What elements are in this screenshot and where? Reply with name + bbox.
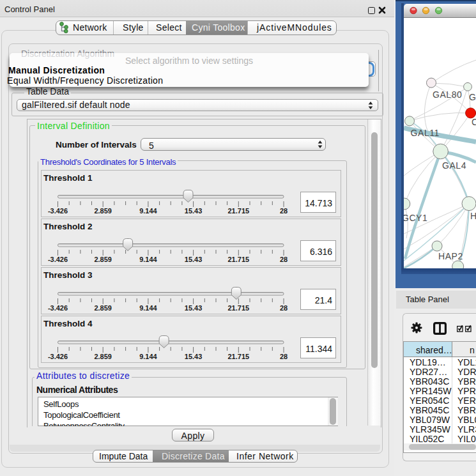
svg-text:-3.426: -3.426 bbox=[48, 353, 68, 360]
svg-text:9.144: 9.144 bbox=[139, 256, 157, 263]
svg-text:21.715: 21.715 bbox=[227, 207, 249, 215]
svg-text:GAL80: GAL80 bbox=[433, 89, 462, 100]
svg-text:GAL4: GAL4 bbox=[442, 160, 466, 171]
svg-text:C: C bbox=[472, 117, 476, 127]
svg-text:GAL11: GAL11 bbox=[411, 128, 440, 138]
svg-text:28: 28 bbox=[280, 207, 288, 215]
svg-text:21.715: 21.715 bbox=[227, 304, 249, 312]
svg-text:28: 28 bbox=[280, 256, 288, 263]
svg-text:15.43: 15.43 bbox=[185, 304, 203, 312]
svg-text:2.859: 2.859 bbox=[94, 304, 112, 312]
svg-text:15.43: 15.43 bbox=[185, 256, 203, 263]
svg-text:21.715: 21.715 bbox=[227, 353, 249, 360]
svg-text:GA: GA bbox=[469, 92, 476, 102]
svg-text:H: H bbox=[470, 211, 476, 221]
svg-text:-3.426: -3.426 bbox=[48, 256, 68, 263]
svg-text:28: 28 bbox=[280, 304, 288, 312]
svg-text:9.144: 9.144 bbox=[139, 304, 157, 312]
svg-text:28: 28 bbox=[280, 353, 288, 360]
svg-text:9.144: 9.144 bbox=[139, 353, 157, 360]
svg-text:GCY1: GCY1 bbox=[404, 213, 427, 223]
svg-text:-3.426: -3.426 bbox=[48, 304, 68, 312]
svg-text:2.859: 2.859 bbox=[94, 353, 112, 360]
svg-text:9.144: 9.144 bbox=[139, 207, 157, 215]
svg-text:-3.426: -3.426 bbox=[48, 207, 68, 215]
svg-text:15.43: 15.43 bbox=[185, 353, 203, 360]
svg-text:2.859: 2.859 bbox=[94, 207, 112, 215]
svg-text:21.715: 21.715 bbox=[227, 256, 249, 263]
svg-text:2.859: 2.859 bbox=[94, 256, 112, 263]
svg-text:HAP2: HAP2 bbox=[438, 251, 463, 261]
svg-text:15.43: 15.43 bbox=[185, 207, 203, 215]
